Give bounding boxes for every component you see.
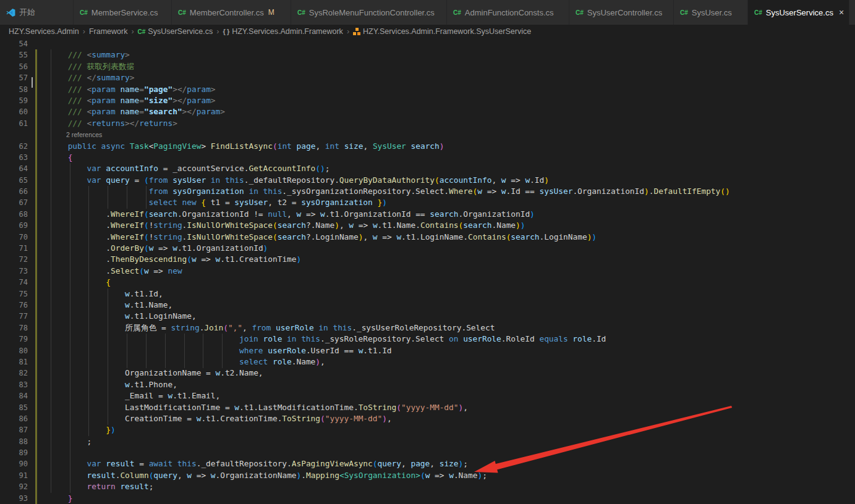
code-line-75[interactable]: 75 w.t1.Id, xyxy=(0,288,855,300)
code-line-56[interactable]: 56 /// 获取列表数据 xyxy=(0,61,855,72)
code-line-54[interactable]: 54 xyxy=(0,38,855,49)
line-number: 84 xyxy=(0,390,28,401)
breadcrumb-item[interactable]: { }HZY.Services.Admin.Framework xyxy=(223,27,342,36)
tab-partial[interactable]: { xyxy=(849,0,855,25)
line-number: 56 xyxy=(0,61,28,72)
code-line-92[interactable]: 92 return result; xyxy=(0,481,855,492)
line-number: 93 xyxy=(0,493,28,504)
code-line-90[interactable]: 90 var result = await this._defaultRepos… xyxy=(0,458,855,469)
tab-SysUserController.cs[interactable]: C#SysUserController.cs xyxy=(569,0,674,25)
code-line-58[interactable]: 58 /// <param name="page"></param> xyxy=(0,84,855,95)
code-line-77[interactable]: 77 w.t1.LoginName, xyxy=(0,311,855,322)
code-line-55[interactable]: 55 /// <summary> xyxy=(0,49,855,61)
tab-MemberController.cs[interactable]: C#MemberController.csM xyxy=(172,0,291,25)
code-line-91[interactable]: 91 result.Column(query, w => w.Organizat… xyxy=(0,470,855,481)
tab-MemberService.cs[interactable]: C#MemberService.cs xyxy=(74,0,172,25)
code-line-69[interactable]: 69 .WhereIf(!string.IsNullOrWhiteSpace(s… xyxy=(0,220,855,231)
code-line-80[interactable]: 80 where userRole.UserId == w.t1.Id xyxy=(0,345,855,356)
code-line-70[interactable]: 70 .WhereIf(!string.IsNullOrWhiteSpace(s… xyxy=(0,232,855,243)
tab-label: SysUserService.cs xyxy=(766,8,833,17)
tab-开始[interactable]: 开始 xyxy=(0,0,74,25)
code-line-60[interactable]: 60 /// <param name="search"></param> xyxy=(0,106,855,117)
breadcrumb: HZY.Services.Admin›Framework›C#SysUserSe… xyxy=(0,25,855,38)
breadcrumb-separator: › xyxy=(216,27,219,36)
csharp-file-icon: C# xyxy=(754,9,762,16)
line-number: 55 xyxy=(0,49,28,61)
line-number: 76 xyxy=(0,300,28,311)
tab-label: SysRoleMenuFunctionController.cs xyxy=(309,8,435,17)
text-cursor xyxy=(32,77,33,88)
code-line-79[interactable]: 79 join role in this._sysRoleRepository.… xyxy=(0,334,855,345)
close-icon[interactable]: × xyxy=(839,8,844,17)
code-line-63[interactable]: 63 { xyxy=(0,152,855,163)
code-lines: 5455 /// <summary>56 /// 获取列表数据57 /// </… xyxy=(0,38,855,504)
line-number: 54 xyxy=(0,38,28,49)
code-line-76[interactable]: 76 w.t1.Name, xyxy=(0,300,855,311)
line-number: 86 xyxy=(0,413,28,424)
code-line-87[interactable]: 87 }) xyxy=(0,424,855,435)
breadcrumb-item[interactable]: HZY.Services.Admin.Framework.SysUserServ… xyxy=(353,27,531,36)
line-number: 90 xyxy=(0,458,28,469)
breadcrumb-item[interactable]: Framework xyxy=(89,27,128,36)
breadcrumb-separator: › xyxy=(347,27,349,36)
line-number: 77 xyxy=(0,311,28,322)
line-number: 73 xyxy=(0,266,28,277)
tab-label: 开始 xyxy=(19,7,35,18)
code-line-65[interactable]: 65 var query = (from sysUser in this._de… xyxy=(0,175,855,186)
csharp-file-icon: C# xyxy=(453,9,461,16)
code-line-85[interactable]: 85 LastModificationTime = w.t1.LastModif… xyxy=(0,402,855,413)
code-line-59[interactable]: 59 /// <param name="size"></param> xyxy=(0,95,855,106)
tab-label: SysUserController.cs xyxy=(587,8,662,17)
line-number: 63 xyxy=(0,152,28,163)
code-line-61[interactable]: 61 /// <returns></returns> xyxy=(0,118,855,129)
tab-AdminFunctionConsts.cs[interactable]: C#AdminFunctionConsts.cs xyxy=(447,0,569,25)
code-line-71[interactable]: 71 .OrderBy(w => w.t1.OrganizationId) xyxy=(0,243,855,254)
csharp-file-icon: C# xyxy=(80,9,88,16)
line-number: 79 xyxy=(0,334,28,345)
vscode-logo-icon xyxy=(6,8,15,17)
line-number: 71 xyxy=(0,243,28,254)
code-line-57[interactable]: 57 /// </summary> xyxy=(0,72,855,83)
code-line-86[interactable]: 86 CreationTime = w.t1.CreationTime.ToSt… xyxy=(0,413,855,424)
code-line-74[interactable]: 74 { xyxy=(0,277,855,288)
code-line-73[interactable]: 73 .Select(w => new xyxy=(0,266,855,277)
tab-SysUser.cs[interactable]: C#SysUser.cs xyxy=(674,0,748,25)
code-line-82[interactable]: 82 OrganizationName = w.t2.Name, xyxy=(0,368,855,379)
code-line-72[interactable]: 72 .ThenByDescending(w => w.t1.CreationT… xyxy=(0,254,855,265)
csharp-file-icon: C# xyxy=(178,9,186,16)
breadcrumb-separator: › xyxy=(83,27,85,36)
tab-label: SysUser.cs xyxy=(692,8,732,17)
code-line-68[interactable]: 68 .WhereIf(search.OrganizationId != nul… xyxy=(0,209,855,220)
line-number: 70 xyxy=(0,232,28,243)
code-line-78[interactable]: 78 所属角色 = string.Join(",", from userRole… xyxy=(0,322,855,334)
code-line-83[interactable]: 83 w.t1.Phone, xyxy=(0,379,855,390)
code-editor[interactable]: 5455 /// <summary>56 /// 获取列表数据57 /// </… xyxy=(0,38,855,504)
line-number: 78 xyxy=(0,322,28,334)
code-line-84[interactable]: 84 _Email = w.t1.Email, xyxy=(0,390,855,401)
line-number: 89 xyxy=(0,447,28,458)
code-line-81[interactable]: 81 select role.Name), xyxy=(0,356,855,368)
code-line-89[interactable]: 89 xyxy=(0,447,855,458)
breadcrumb-item[interactable]: C#SysUserService.cs xyxy=(138,27,213,36)
csharp-file-icon: C# xyxy=(680,9,688,16)
tab-bar: 开始C#MemberService.csC#MemberController.c… xyxy=(0,0,855,25)
code-line-64[interactable]: 64 var accountInfo = _accountService.Get… xyxy=(0,163,855,174)
code-line-62[interactable]: 62 public async Task<PagingView> FindLis… xyxy=(0,141,855,152)
code-line-88[interactable]: 88 ; xyxy=(0,436,855,447)
tab-SysUserService.cs[interactable]: C#SysUserService.cs× xyxy=(748,0,849,25)
tab-SysRoleMenuFunctionController.cs[interactable]: C#SysRoleMenuFunctionController.cs xyxy=(291,0,447,25)
line-number: 68 xyxy=(0,209,28,220)
breadcrumb-separator: › xyxy=(131,27,134,36)
line-number: 85 xyxy=(0,402,28,413)
codelens-row[interactable]: 2 references xyxy=(0,129,855,140)
line-number: 59 xyxy=(0,95,28,106)
csharp-file-icon: C# xyxy=(138,28,146,35)
code-line-67[interactable]: 67 select new { t1 = sysUser, t2 = sysOr… xyxy=(0,197,855,208)
breadcrumb-item[interactable]: HZY.Services.Admin xyxy=(9,27,79,36)
line-number: 81 xyxy=(0,356,28,368)
code-line-93[interactable]: 93 } xyxy=(0,493,855,504)
line-number: 82 xyxy=(0,368,28,379)
code-line-66[interactable]: 66 from sysOrganization in this._sysOrga… xyxy=(0,186,855,197)
vscode-window: 开始C#MemberService.csC#MemberController.c… xyxy=(0,0,855,504)
line-number: 65 xyxy=(0,175,28,186)
